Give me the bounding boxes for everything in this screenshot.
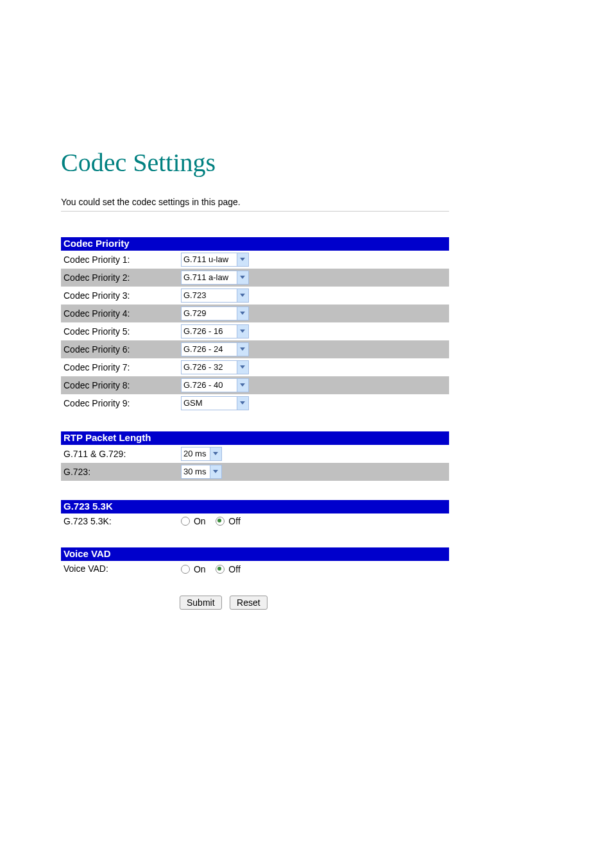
rtp-g711-g729-select[interactable]: 20 ms — [181, 447, 222, 461]
table-row: Codec Priority 9: GSM — [61, 394, 449, 412]
codec-priority-6-label: Codec Priority 6: — [61, 340, 178, 358]
codec-priority-2-label: Codec Priority 2: — [61, 269, 178, 287]
chevron-down-icon — [210, 465, 221, 478]
table-row: Codec Priority 3: G.723 — [61, 287, 449, 305]
page-description: You could set the codec settings in this… — [61, 197, 449, 207]
button-row: Submit Reset — [61, 596, 449, 610]
rtp-packet-length-header: RTP Packet Length — [61, 431, 449, 445]
divider — [61, 211, 449, 212]
voice-vad-off-label: Off — [228, 564, 240, 574]
table-row: Codec Priority 7: G.726 - 32 — [61, 358, 449, 376]
chevron-down-icon — [237, 271, 248, 284]
chevron-down-icon — [237, 253, 248, 266]
voice-vad-on-label: On — [194, 564, 206, 574]
g723-53k-on-label: On — [194, 516, 206, 526]
voice-vad-label: Voice VAD: — [61, 561, 178, 576]
rtp-g723-label: G.723: — [61, 463, 178, 481]
chevron-down-icon — [237, 343, 248, 356]
voice-vad-table: Voice VAD Voice VAD: On Off — [61, 547, 449, 576]
g723-53k-header: G.723 5.3K — [61, 500, 449, 513]
rtp-packet-length-table: RTP Packet Length G.711 & G.729: 20 ms G… — [61, 431, 449, 481]
rtp-g711-g729-label: G.711 & G.729: — [61, 445, 178, 463]
chevron-down-icon — [210, 447, 221, 460]
table-row: Voice VAD: On Off — [61, 561, 449, 576]
codec-priority-4-label: Codec Priority 4: — [61, 305, 178, 322]
chevron-down-icon — [237, 325, 248, 338]
codec-priority-1-label: Codec Priority 1: — [61, 251, 178, 269]
codec-priority-9-select[interactable]: GSM — [181, 396, 249, 410]
table-row: Codec Priority 4: G.729 — [61, 305, 449, 322]
table-row: Codec Priority 2: G.711 a-law — [61, 269, 449, 287]
codec-priority-6-select[interactable]: G.726 - 24 — [181, 342, 249, 356]
codec-priority-5-label: Codec Priority 5: — [61, 322, 178, 340]
g723-53k-off-radio[interactable] — [216, 517, 225, 526]
chevron-down-icon — [237, 379, 248, 392]
codec-priority-8-label: Codec Priority 8: — [61, 376, 178, 394]
reset-button[interactable]: Reset — [230, 596, 268, 610]
g723-53k-on-radio[interactable] — [181, 517, 190, 526]
codec-priority-4-select[interactable]: G.729 — [181, 306, 249, 321]
table-row: Codec Priority 6: G.726 - 24 — [61, 340, 449, 358]
rtp-g723-select[interactable]: 30 ms — [181, 465, 222, 479]
chevron-down-icon — [237, 289, 248, 302]
table-row: Codec Priority 5: G.726 - 16 — [61, 322, 449, 340]
g723-53k-label: G.723 5.3K: — [61, 513, 178, 528]
table-row: Codec Priority 1: G.711 u-law — [61, 251, 449, 269]
codec-priority-8-select[interactable]: G.726 - 40 — [181, 378, 249, 392]
codec-priority-3-select[interactable]: G.723 — [181, 288, 249, 303]
codec-settings-page: Codec Settings You could set the codec s… — [0, 0, 510, 642]
table-row: G.723 5.3K: On Off — [61, 513, 449, 528]
codec-priority-7-select[interactable]: G.726 - 32 — [181, 360, 249, 374]
table-row: G.723: 30 ms — [61, 463, 449, 481]
codec-priority-1-select[interactable]: G.711 u-law — [181, 253, 249, 267]
g723-53k-off-label: Off — [228, 516, 240, 526]
codec-priority-header: Codec Priority — [61, 237, 449, 251]
table-row: Codec Priority 8: G.726 - 40 — [61, 376, 449, 394]
table-row: G.711 & G.729: 20 ms — [61, 445, 449, 463]
voice-vad-header: Voice VAD — [61, 547, 449, 561]
chevron-down-icon — [237, 307, 248, 320]
codec-priority-3-label: Codec Priority 3: — [61, 287, 178, 305]
voice-vad-off-radio[interactable] — [216, 565, 225, 574]
voice-vad-on-radio[interactable] — [181, 565, 190, 574]
submit-button[interactable]: Submit — [180, 596, 222, 610]
g723-53k-table: G.723 5.3K G.723 5.3K: On Off — [61, 500, 449, 528]
codec-priority-5-select[interactable]: G.726 - 16 — [181, 324, 249, 338]
codec-priority-2-select[interactable]: G.711 a-law — [181, 271, 249, 285]
chevron-down-icon — [237, 397, 248, 410]
page-title: Codec Settings — [61, 147, 449, 178]
codec-priority-table: Codec Priority Codec Priority 1: G.711 u… — [61, 237, 449, 412]
chevron-down-icon — [237, 361, 248, 374]
codec-priority-7-label: Codec Priority 7: — [61, 358, 178, 376]
codec-priority-9-label: Codec Priority 9: — [61, 394, 178, 412]
